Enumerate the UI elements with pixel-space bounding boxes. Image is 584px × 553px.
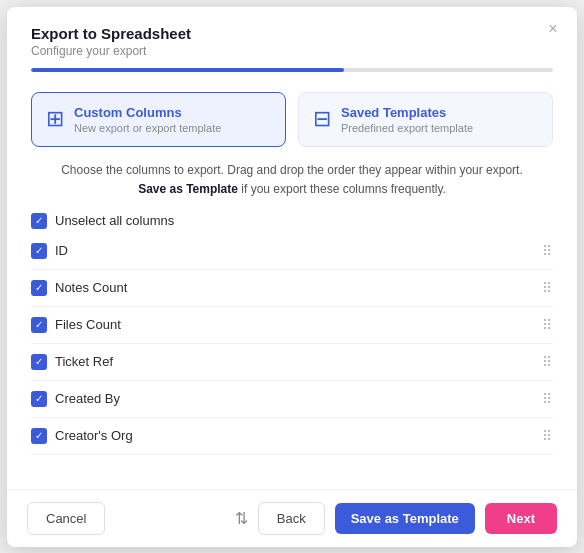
drag-handle-creator-org[interactable]: ⠿: [542, 428, 553, 444]
column-item: ✓ Notes Count ⠿: [31, 270, 553, 307]
progress-bar-fill: [31, 68, 344, 72]
save-as-template-button[interactable]: Save as Template: [335, 503, 475, 534]
column-label-files: Files Count: [55, 317, 121, 332]
modal-subtitle: Configure your export: [31, 44, 553, 58]
back-button[interactable]: Back: [258, 502, 325, 535]
instruction-suffix: if you export these columns frequently.: [238, 182, 446, 196]
column-label-creator-org: Creator's Org: [55, 428, 133, 443]
instruction-highlight: Save as Template: [138, 182, 238, 196]
sort-icon: ⇅: [235, 509, 248, 528]
column-checkbox-ticket[interactable]: ✓: [31, 354, 47, 370]
cancel-button[interactable]: Cancel: [27, 502, 105, 535]
modal-header: Export to Spreadsheet Configure your exp…: [7, 7, 577, 78]
next-button[interactable]: Next: [485, 503, 557, 534]
saved-templates-label: Saved Templates: [341, 105, 473, 120]
drag-handle-notes[interactable]: ⠿: [542, 280, 553, 296]
unselect-all-checkbox[interactable]: ✓: [31, 213, 47, 229]
options-row: ⊞ Custom Columns New export or export te…: [7, 78, 577, 147]
unselect-all-label: Unselect all columns: [55, 213, 174, 228]
column-item: ✓ ID ⠿: [31, 233, 553, 270]
column-item: ✓ Creator's Org ⠿: [31, 418, 553, 455]
unselect-all-row: ✓ Unselect all columns: [31, 205, 553, 233]
column-item: ✓ Ticket Ref ⠿: [31, 344, 553, 381]
columns-list: ✓ Unselect all columns ✓ ID ⠿ ✓ Notes Co…: [7, 205, 577, 489]
column-checkbox-id[interactable]: ✓: [31, 243, 47, 259]
saved-templates-icon: ⊟: [313, 106, 331, 132]
column-checkbox-notes[interactable]: ✓: [31, 280, 47, 296]
column-item: ✓ Created By ⠿: [31, 381, 553, 418]
drag-handle-id[interactable]: ⠿: [542, 243, 553, 259]
column-checkbox-creator-org[interactable]: ✓: [31, 428, 47, 444]
instruction: Choose the columns to export. Drag and d…: [7, 147, 577, 205]
drag-handle-created-by[interactable]: ⠿: [542, 391, 553, 407]
drag-handle-files[interactable]: ⠿: [542, 317, 553, 333]
custom-columns-label: Custom Columns: [74, 105, 221, 120]
column-checkbox-created-by[interactable]: ✓: [31, 391, 47, 407]
drag-handle-ticket[interactable]: ⠿: [542, 354, 553, 370]
instruction-main: Choose the columns to export. Drag and d…: [61, 163, 523, 177]
column-label-ticket: Ticket Ref: [55, 354, 113, 369]
custom-columns-option[interactable]: ⊞ Custom Columns New export or export te…: [31, 92, 286, 147]
custom-columns-icon: ⊞: [46, 106, 64, 132]
export-modal: Export to Spreadsheet Configure your exp…: [7, 7, 577, 547]
close-button[interactable]: ×: [543, 19, 563, 39]
progress-bar: [31, 68, 553, 72]
column-checkbox-files[interactable]: ✓: [31, 317, 47, 333]
saved-templates-desc: Predefined export template: [341, 122, 473, 134]
column-item: ✓ Files Count ⠿: [31, 307, 553, 344]
modal-title: Export to Spreadsheet: [31, 25, 553, 42]
column-label-notes: Notes Count: [55, 280, 127, 295]
custom-columns-desc: New export or export template: [74, 122, 221, 134]
saved-templates-option[interactable]: ⊟ Saved Templates Predefined export temp…: [298, 92, 553, 147]
column-label-created-by: Created By: [55, 391, 120, 406]
column-label-id: ID: [55, 243, 68, 258]
modal-footer: Cancel ⇅ Back Save as Template Next: [7, 489, 577, 547]
